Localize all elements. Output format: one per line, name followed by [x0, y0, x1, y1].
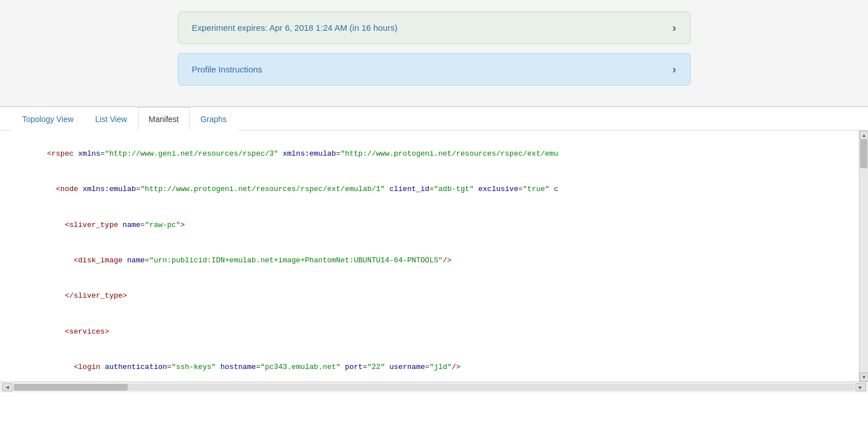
scroll-right-arrow[interactable]: ►: [855, 383, 866, 391]
xml-line-2: <node xmlns:emulab="http://www.protogeni…: [11, 172, 857, 207]
horizontal-scrollbar[interactable]: ◄ ►: [0, 382, 868, 392]
expires-text: Experiment expires: Apr 6, 2018 1:24 AM …: [192, 23, 398, 33]
horiz-track: [14, 384, 854, 391]
instructions-arrow: ›: [673, 63, 677, 76]
vertical-scrollbar[interactable]: ▲ ▼: [859, 131, 868, 382]
xml-line-5: </sliver_type>: [11, 279, 857, 314]
instructions-text: Profile Instructions: [192, 64, 262, 74]
xml-line-6: <services>: [11, 314, 857, 350]
xml-line-1: <rspec xmlns="http://www.geni.net/resour…: [11, 136, 857, 172]
main-wrapper: Topology View List View Manifest Graphs …: [0, 106, 868, 392]
scroll-up-arrow[interactable]: ▲: [859, 131, 868, 140]
tabs-container: Topology View List View Manifest Graphs: [0, 107, 868, 131]
manifest-area[interactable]: <rspec xmlns="http://www.geni.net/resour…: [0, 131, 868, 382]
vert-thumb[interactable]: [860, 140, 867, 168]
expires-banner[interactable]: Experiment expires: Apr 6, 2018 1:24 AM …: [178, 11, 691, 44]
tab-manifest[interactable]: Manifest: [138, 107, 190, 131]
xml-line-3: <sliver_type name="raw-pc">: [11, 208, 857, 243]
expires-arrow: ›: [673, 21, 677, 34]
manifest-wrapper: <rspec xmlns="http://www.geni.net/resour…: [0, 131, 868, 382]
instructions-banner[interactable]: Profile Instructions ›: [178, 53, 691, 86]
xml-line-7: <login authentication="ssh-keys" hostnam…: [11, 350, 857, 382]
tab-topology-view[interactable]: Topology View: [11, 107, 84, 131]
scroll-left-arrow[interactable]: ◄: [2, 383, 13, 391]
scroll-down-arrow[interactable]: ▼: [859, 372, 868, 382]
top-section: Experiment expires: Apr 6, 2018 1:24 AM …: [0, 0, 868, 106]
xml-line-4: <disk_image name="urn:publicid:IDN+emula…: [11, 243, 857, 278]
tab-list-view[interactable]: List View: [84, 107, 138, 131]
horiz-thumb[interactable]: [14, 384, 128, 391]
tab-graphs[interactable]: Graphs: [190, 107, 238, 131]
vert-track: [859, 140, 868, 372]
